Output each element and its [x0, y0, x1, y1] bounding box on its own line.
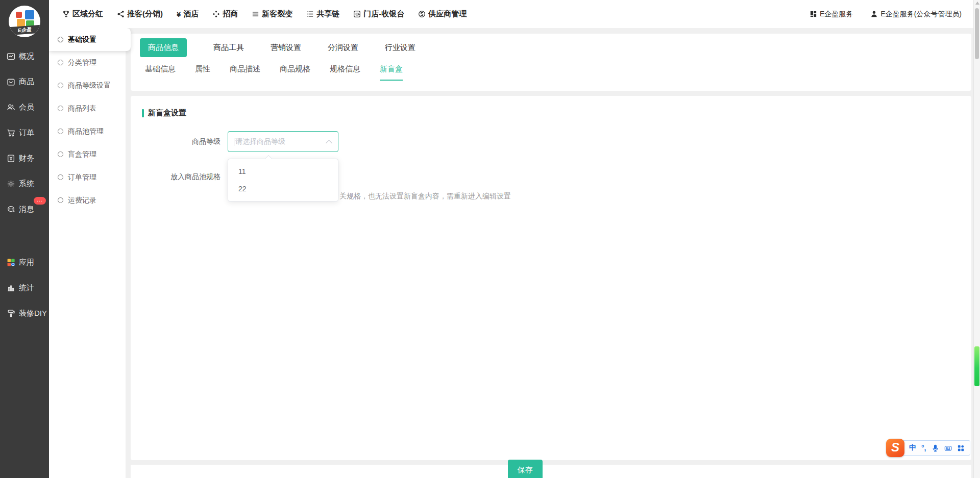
submenu-item-label: 分类管理 — [68, 58, 96, 67]
sidebar-item-label: 财务 — [19, 154, 34, 163]
scroll-up-arrow[interactable] — [975, 2, 979, 5]
topbar-item-store-cashier[interactable]: 门店-收银台 — [353, 9, 404, 19]
radio-circle-icon — [58, 152, 63, 157]
topbar-item-hotel[interactable]: ¥ 酒店 — [177, 9, 199, 19]
radio-circle-icon — [58, 37, 63, 42]
page-scrollbar[interactable] — [973, 0, 980, 478]
keyboard-icon[interactable] — [944, 444, 952, 452]
submenu-item-label: 运费记录 — [68, 196, 96, 205]
menu-lines-icon — [252, 10, 259, 18]
topbar-item-supplier[interactable]: 供应商管理 — [418, 9, 467, 19]
tab-description[interactable]: 商品描述 — [230, 64, 260, 81]
dropdown-option[interactable]: 22 — [228, 180, 338, 197]
members-icon — [7, 103, 15, 112]
sidebar-spacer — [0, 222, 49, 249]
finance-icon — [7, 154, 15, 163]
submenu-item-goods-level[interactable]: 商品等级设置 — [49, 74, 126, 97]
submenu-item-blindbox[interactable]: 盲盒管理 — [49, 143, 126, 166]
topbar-item-fission[interactable]: 新客裂变 — [252, 9, 292, 19]
submenu-item-basic-settings[interactable]: 基础设置 — [49, 28, 131, 51]
stats-icon — [7, 284, 15, 292]
text-caret — [234, 138, 234, 146]
service-entry[interactable]: E企盈服务 — [810, 10, 853, 19]
toolbox-grid-icon[interactable] — [957, 444, 965, 452]
tab-spec-info[interactable]: 规格信息 — [330, 64, 360, 81]
logo-text: E企盈 — [9, 25, 40, 36]
sidebar-item-diy[interactable]: 装修DIY — [0, 300, 49, 326]
user-icon — [870, 10, 878, 18]
tab-attributes[interactable]: 属性 — [195, 64, 210, 81]
topbar-item-sharechain[interactable]: 共享链 — [306, 9, 339, 19]
submenu-item-goods-pool[interactable]: 商品池管理 — [49, 120, 126, 143]
topbar-item-invest[interactable]: 招商 — [212, 9, 238, 19]
sidebar-item-label: 消息 — [19, 205, 34, 214]
dropdown-option[interactable]: 11 — [228, 163, 338, 180]
ime-pill: 中 °, — [901, 440, 970, 456]
tab-goods-info[interactable]: 商品信息 — [140, 38, 187, 57]
apps-icon — [7, 258, 15, 267]
submenu-item-goods-list[interactable]: 商品列表 — [49, 97, 126, 120]
topbar-item-promoter[interactable]: 推客(分销) — [117, 9, 163, 19]
tab-new-blindbox[interactable]: 新盲盒 — [380, 64, 403, 81]
brand-logo[interactable]: E企盈 — [9, 6, 40, 37]
sidebar-item-apps[interactable]: 应用 — [0, 249, 49, 275]
sidebar-item-label: 应用 — [19, 258, 34, 267]
dropdown-arrow — [265, 155, 272, 162]
radio-circle-icon — [58, 197, 63, 203]
microphone-icon[interactable] — [932, 444, 939, 452]
tab-marketing[interactable]: 营销设置 — [271, 38, 301, 57]
scrollbar-thumb[interactable] — [975, 8, 979, 59]
topbar-item-label: 共享链 — [316, 9, 339, 19]
submenu-item-order-mgmt[interactable]: 订单管理 — [49, 166, 126, 189]
level-select[interactable]: 请选择商品等级 — [228, 131, 338, 152]
ime-mode-chinese[interactable]: 中 — [909, 443, 916, 452]
save-button[interactable]: 保存 — [508, 460, 543, 478]
ime-toolbar: S 中 °, — [886, 439, 970, 457]
sidebar-item-stats[interactable]: 统计 — [0, 275, 49, 300]
system-icon — [7, 180, 15, 188]
tab-industry[interactable]: 行业设置 — [385, 38, 415, 57]
sidebar-item-orders[interactable]: 订单 — [0, 120, 49, 145]
topbar-item-label: 新客裂变 — [262, 9, 292, 19]
service-label: E企盈服务 — [820, 10, 853, 19]
topbar-item-region-bonus[interactable]: 区域分红 — [62, 9, 103, 19]
ime-punctuation[interactable]: °, — [921, 444, 926, 452]
account-entry[interactable]: E企盈服务(公众号管理员) — [870, 10, 962, 19]
submenu-item-label: 盲盒管理 — [68, 150, 96, 159]
submenu-item-label: 商品池管理 — [68, 127, 104, 136]
list-icon — [306, 10, 314, 18]
sidebar-item-message[interactable]: 消息 ... — [0, 196, 49, 222]
radio-circle-icon — [58, 174, 63, 180]
submenu-item-category[interactable]: 分类管理 — [49, 51, 126, 74]
section-title-text: 新盲盒设置 — [148, 108, 186, 118]
sidebar-nav: 概况 商品 会员 订单 财务 系统 — [0, 43, 49, 326]
logo-red-square — [16, 12, 22, 18]
title-accent-bar — [142, 109, 144, 117]
submenu-item-freight[interactable]: 运费记录 — [49, 189, 126, 212]
orders-icon — [7, 129, 15, 137]
sidebar-item-overview[interactable]: 概况 — [0, 43, 49, 69]
radio-circle-icon — [58, 106, 63, 111]
sidebar-item-label: 装修DIY — [19, 309, 47, 318]
section-title: 新盲盒设置 — [142, 108, 186, 118]
sidebar-item-system[interactable]: 系统 — [0, 171, 49, 196]
footer-strip — [131, 465, 971, 478]
primary-sidebar: E企盈 概况 商品 会员 订单 财务 — [0, 0, 49, 478]
topbar-item-label: 酒店 — [183, 9, 199, 19]
submenu-item-label: 基础设置 — [68, 35, 96, 44]
s-circle-icon — [418, 10, 426, 18]
radio-circle-icon — [58, 83, 63, 88]
sogou-logo-icon[interactable]: S — [886, 439, 904, 457]
diy-icon — [7, 309, 15, 318]
tab-basic-info[interactable]: 基础信息 — [145, 64, 176, 81]
sidebar-item-members[interactable]: 会员 — [0, 94, 49, 120]
tab-specs[interactable]: 商品规格 — [280, 64, 310, 81]
tab-goods-tools[interactable]: 商品工具 — [213, 38, 244, 57]
topbar-item-label: 门店-收银台 — [363, 9, 404, 19]
sidebar-item-label: 商品 — [19, 77, 34, 87]
pool-label: 放入商品池规格 — [131, 171, 220, 182]
sidebar-item-finance[interactable]: 财务 — [0, 145, 49, 171]
topbar-item-label: 推客(分销) — [127, 9, 163, 19]
tab-profit-share[interactable]: 分润设置 — [328, 38, 358, 57]
sidebar-item-goods[interactable]: 商品 — [0, 69, 49, 94]
